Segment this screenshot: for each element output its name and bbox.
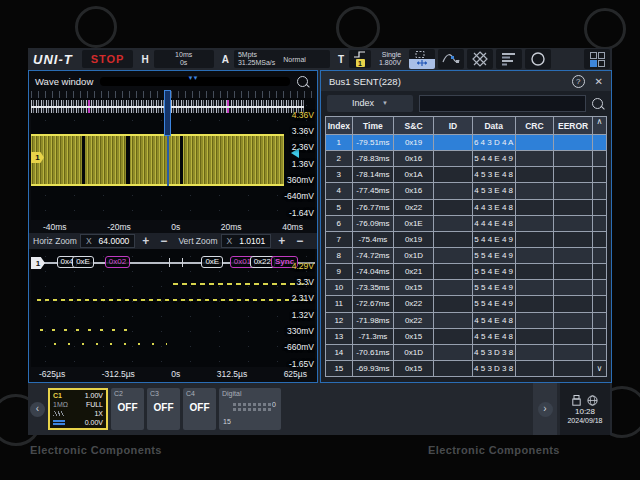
table-row[interactable]: 8-74.72ms0x1D5 5 4 E 4 9	[326, 247, 606, 263]
channel3-card[interactable]: C3 OFF	[147, 388, 180, 430]
trigger-settings[interactable]: 1	[349, 50, 371, 68]
digital-label: Digital	[222, 390, 241, 397]
table-row[interactable]: 3-78.14ms0x1A4 5 3 E 4 8	[326, 166, 606, 182]
search-icon[interactable]	[592, 98, 603, 109]
scroll-track[interactable]	[593, 216, 606, 231]
scroll-track[interactable]	[593, 264, 606, 279]
waveform-tool-button[interactable]	[438, 49, 464, 69]
waveform-overview-bar[interactable]: ▼▼	[100, 77, 290, 86]
voltage-label: 2.31V	[292, 293, 314, 303]
measure-list-button[interactable]	[496, 49, 522, 69]
table-cell: -75.4ms	[353, 232, 394, 247]
filter-column-dropdown[interactable]: Index ▼	[327, 95, 413, 112]
window-layout-button[interactable]	[584, 49, 610, 69]
table-cell	[516, 183, 555, 198]
scroll-track[interactable]	[593, 329, 606, 344]
horiz-zoom-increase-button[interactable]: +	[138, 235, 153, 247]
layout-grid-icon	[590, 52, 605, 67]
voltage-label: 1.32V	[292, 310, 314, 320]
decode-value: 0x02	[105, 256, 130, 268]
digital-channels-card[interactable]: Digital 0 15	[219, 388, 281, 430]
horizontal-settings[interactable]: 10ms 0s	[154, 50, 214, 68]
table-cell: 4 4 4 E 4 8	[473, 216, 516, 231]
table-cell	[516, 200, 555, 215]
table-cell	[516, 313, 555, 328]
channel2-card[interactable]: C2 OFF	[111, 388, 144, 430]
vert-zoom-increase-button[interactable]: +	[274, 235, 289, 247]
vert-zoom-decrease-button[interactable]: −	[292, 235, 307, 247]
table-header-cells: IndexTimeS&CIDDataCRCEEROR	[326, 117, 593, 134]
column-header: ID	[434, 117, 473, 134]
wave-window-title: Wave window	[29, 76, 93, 87]
expand-right-button[interactable]: ›	[538, 402, 553, 417]
acquire-settings[interactable]: 5Mpts 31.25MSa/s Normal	[234, 50, 330, 68]
help-icon[interactable]: ?	[572, 75, 585, 88]
scroll-track[interactable]	[593, 167, 606, 182]
table-row[interactable]: 9-74.04ms0x215 5 4 E 4 9	[326, 263, 606, 279]
bus1-tag[interactable]: 1	[31, 257, 45, 269]
scroll-track[interactable]	[593, 248, 606, 263]
table-row[interactable]: 12-71.98ms0x224 5 4 E 4 8	[326, 312, 606, 328]
trigger-mode-info[interactable]: Single 1.800V	[374, 51, 406, 67]
zoom-pan-tool-button[interactable]	[409, 49, 435, 69]
table-cell: -78.83ms	[353, 151, 394, 166]
close-icon[interactable]: ✕	[595, 76, 603, 87]
table-row[interactable]: 15-69.93ms0x154 5 3 D 3 8	[326, 360, 606, 376]
sample-rate: 31.25MSa/s	[238, 59, 275, 67]
table-row[interactable]: 2-78.83ms0x165 4 4 E 4 9	[326, 150, 606, 166]
run-stop-button[interactable]: STOP	[82, 50, 134, 68]
circle-tool-button[interactable]	[525, 49, 551, 69]
table-row[interactable]: 5-76.77ms0x224 4 3 E 4 8	[326, 199, 606, 215]
table-cell: 0x15	[394, 329, 434, 344]
system-status-box[interactable]: 10:28 2024/09/18	[560, 383, 610, 435]
scroll-track[interactable]	[593, 232, 606, 247]
watermark-ring	[336, 6, 380, 50]
scroll-track[interactable]	[593, 280, 606, 295]
table-row[interactable]: 4-77.45ms0x164 5 3 E 4 8	[326, 182, 606, 198]
table-row[interactable]: 14-70.61ms0x1D4 5 3 D 3 8	[326, 344, 606, 360]
column-header: Data	[473, 117, 516, 134]
channel1-card[interactable]: C1 1.00V 1MΩ FULL 1X 0.00V	[48, 388, 108, 430]
scroll-track[interactable]	[593, 296, 606, 311]
xy-mode-button[interactable]	[467, 49, 493, 69]
decode-value: 0xE	[72, 256, 94, 268]
wave-window-header: Wave window ▼▼	[29, 71, 317, 91]
channel4-card[interactable]: C4 OFF	[183, 388, 216, 430]
table-cell: 7	[326, 232, 353, 247]
table-cell	[434, 264, 473, 279]
brand-logo: UNI-T	[28, 52, 79, 67]
table-row[interactable]: 11-72.67ms0x225 5 4 E 4 9	[326, 295, 606, 311]
scroll-track[interactable]	[593, 345, 606, 360]
table-cell: 1	[326, 135, 353, 150]
horiz-zoom-value-box[interactable]: X 64.0000	[80, 234, 135, 248]
table-row[interactable]: 10-73.35ms0x155 5 4 E 4 9	[326, 279, 606, 295]
search-icon[interactable]	[297, 76, 308, 87]
table-row[interactable]: 6-76.09ms0x1E4 4 4 E 4 8	[326, 215, 606, 231]
table-row[interactable]: 1-79.51ms0x196 4 3 D 4 A	[326, 134, 606, 150]
scroll-track[interactable]	[593, 135, 606, 150]
table-cell	[434, 232, 473, 247]
scroll-track[interactable]	[593, 200, 606, 215]
table-row[interactable]: 7-75.4ms0x195 4 4 E 4 9	[326, 231, 606, 247]
collapse-left-button[interactable]: ‹	[30, 402, 45, 417]
vert-zoom-value-box[interactable]: X 1.0101	[221, 234, 272, 248]
zoom-window-line	[167, 136, 169, 186]
scroll-up-button[interactable]: ∧	[593, 117, 606, 134]
scroll-track[interactable]	[593, 151, 606, 166]
channel1-offset: 0.00V	[85, 419, 103, 427]
time-label: 312.5µs	[217, 369, 247, 379]
scroll-track[interactable]	[593, 183, 606, 198]
horiz-zoom-decrease-button[interactable]: −	[156, 235, 171, 247]
scroll-track[interactable]	[593, 313, 606, 328]
table-cell: 13	[326, 329, 353, 344]
edge-trigger-icon	[354, 51, 366, 58]
overview-position-marker[interactable]: ▼▼	[188, 75, 198, 81]
table-row[interactable]: 13-71.3ms0x154 5 4 E 4 8	[326, 328, 606, 344]
expand-right-wrap: ›	[533, 383, 557, 435]
search-input[interactable]	[419, 95, 586, 112]
zoom-window-marker[interactable]	[164, 90, 171, 136]
voltage-label: -1.65V	[289, 359, 314, 369]
table-cell	[554, 329, 593, 344]
scroll-down-button[interactable]: ∨	[593, 361, 606, 376]
channel3-name: C3	[150, 390, 159, 397]
